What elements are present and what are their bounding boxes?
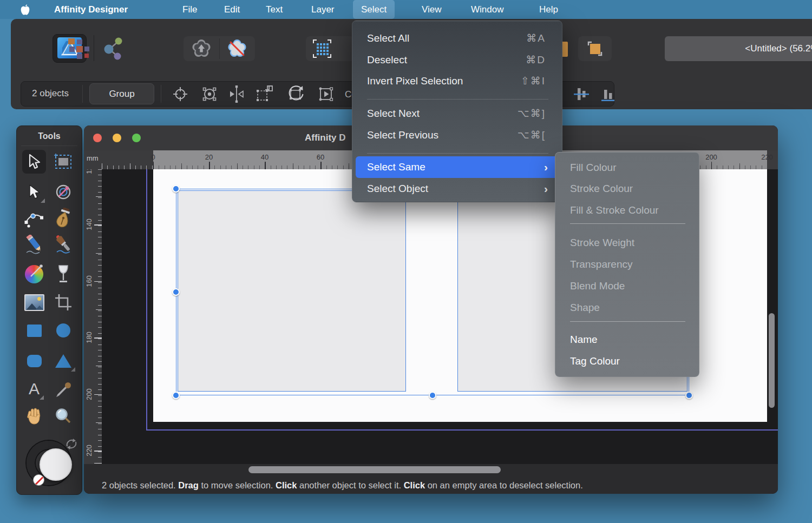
move-tool[interactable] bbox=[22, 150, 46, 174]
persona-button-group bbox=[184, 36, 255, 61]
insert-inside-button[interactable] bbox=[578, 36, 612, 61]
h-ruler-label: 220 bbox=[761, 153, 773, 161]
text-tool[interactable]: A bbox=[22, 377, 46, 401]
v-ruler-label: 160 bbox=[85, 275, 93, 287]
group-button[interactable]: Group bbox=[89, 83, 154, 104]
selection-handle-bottom-right[interactable] bbox=[685, 392, 693, 399]
rectangle-tool[interactable] bbox=[22, 319, 46, 342]
vertical-scrollbar[interactable] bbox=[769, 313, 775, 408]
view-pan-tool[interactable] bbox=[22, 404, 46, 428]
tools-panel: Tools bbox=[16, 125, 82, 495]
submenu-separator bbox=[570, 223, 685, 224]
show-selection-handles-button[interactable] bbox=[198, 83, 221, 104]
rotate-selection-button[interactable] bbox=[284, 83, 307, 104]
triangle-tool[interactable] bbox=[51, 349, 75, 373]
menubar-app-name[interactable]: Affinity Designer bbox=[54, 0, 128, 19]
menubar-item-view[interactable]: View bbox=[422, 0, 442, 19]
v-ruler-label: 140 bbox=[85, 219, 93, 230]
menu-item-select-previous[interactable]: Select Previous⌥⌘[ bbox=[356, 124, 559, 146]
selection-handle-top-left[interactable] bbox=[172, 185, 180, 193]
submenu-item-stroke-colour: Stroke Colour bbox=[559, 178, 696, 200]
menu-item-select-all[interactable]: Select All⌘A bbox=[356, 28, 559, 49]
align-bottom-button[interactable] bbox=[596, 83, 620, 104]
vertical-ruler: 120 140 160 180 200 220 bbox=[84, 169, 102, 464]
menubar-item-select[interactable]: Select bbox=[353, 0, 395, 19]
menubar-item-edit[interactable]: Edit bbox=[224, 0, 240, 19]
crop-tool[interactable] bbox=[51, 290, 75, 314]
menubar-item-text[interactable]: Text bbox=[266, 0, 283, 19]
snapping-grid-icon bbox=[312, 39, 332, 58]
submenu-chevron-icon: › bbox=[544, 178, 548, 200]
submenu-item-blend-mode: Blend Mode bbox=[559, 275, 696, 297]
ellipse-tool[interactable] bbox=[51, 319, 75, 342]
rounded-rectangle-tool[interactable] bbox=[22, 349, 46, 373]
menu-separator bbox=[367, 99, 548, 100]
pixel-persona-disabled-icon[interactable] bbox=[226, 38, 248, 59]
selection-handle-bottom-left[interactable] bbox=[172, 392, 180, 399]
v-ruler-label: 200 bbox=[85, 388, 93, 400]
insert-inside-icon bbox=[585, 39, 605, 58]
h-ruler-label: 200 bbox=[705, 153, 717, 161]
point-transform-tool[interactable] bbox=[51, 180, 75, 204]
colour-picker-tool[interactable] bbox=[51, 377, 75, 401]
v-ruler-label: 180 bbox=[85, 332, 93, 343]
toolbar-separator bbox=[94, 35, 94, 61]
h-ruler-label: 20 bbox=[205, 153, 213, 161]
more-tools-marker bbox=[40, 395, 44, 400]
colour-swatches-icon[interactable] bbox=[68, 38, 90, 59]
h-ruler-label: 40 bbox=[261, 153, 269, 161]
menu-item-invert-pixel-selection[interactable]: Invert Pixel Selection⇧⌘I bbox=[356, 70, 559, 92]
menu-item-select-next[interactable]: Select Next⌥⌘] bbox=[356, 103, 559, 124]
submenu-chevron-icon: › bbox=[544, 156, 548, 178]
menubar-item-help[interactable]: Help bbox=[539, 0, 558, 19]
apple-icon[interactable] bbox=[21, 0, 30, 19]
cycle-selection-box-button[interactable] bbox=[168, 83, 192, 104]
submenu-item-fill-and-stroke-colour: Fill & Stroke Colour bbox=[559, 200, 696, 221]
zoom-tool[interactable] bbox=[51, 404, 75, 428]
selection-handle-bottom-centre[interactable] bbox=[429, 392, 436, 399]
gradient-tool[interactable] bbox=[22, 262, 46, 286]
export-persona-icon[interactable] bbox=[191, 38, 212, 59]
swap-colours-icon[interactable] bbox=[66, 439, 77, 449]
more-tools-marker bbox=[71, 367, 75, 372]
more-tools-marker bbox=[41, 198, 45, 203]
align-centre-horizontally-button[interactable] bbox=[569, 83, 593, 104]
duplicate-transform-button[interactable] bbox=[252, 83, 276, 104]
v-ruler-label: 120 bbox=[85, 169, 93, 174]
menu-item-select-same[interactable]: Select Same› bbox=[356, 156, 559, 178]
menu-item-deselect[interactable]: Deselect⌘D bbox=[356, 49, 559, 71]
submenu-item-tag-colour[interactable]: Tag Colour bbox=[559, 350, 696, 372]
brush-tool[interactable] bbox=[51, 233, 75, 257]
select-menu-dropdown: Select All⌘A Deselect⌘D Invert Pixel Sel… bbox=[352, 21, 562, 202]
no-fill-icon[interactable] bbox=[33, 474, 44, 486]
select-same-submenu: Fill Colour Stroke Colour Fill & Stroke … bbox=[555, 152, 699, 377]
close-window-button[interactable] bbox=[93, 134, 102, 142]
menu-item-select-object[interactable]: Select Object› bbox=[356, 178, 559, 200]
artboard-outline-bottom bbox=[146, 429, 778, 431]
pen-node-edit-tool[interactable] bbox=[22, 206, 46, 230]
ruler-unit-corner[interactable]: mm bbox=[84, 150, 102, 169]
maximize-window-button[interactable] bbox=[132, 134, 141, 142]
artboard-outline-left bbox=[146, 169, 147, 429]
flip-horizontal-button[interactable] bbox=[225, 83, 248, 104]
menubar-item-layer[interactable]: Layer bbox=[311, 0, 335, 19]
pen-tool[interactable] bbox=[51, 206, 75, 230]
fill-colour-well[interactable] bbox=[40, 448, 72, 481]
transparency-tool[interactable] bbox=[51, 262, 75, 286]
submenu-item-name[interactable]: Name bbox=[559, 329, 696, 350]
image-place-tool[interactable] bbox=[22, 290, 46, 314]
menubar-item-file[interactable]: File bbox=[182, 0, 197, 19]
colour-wells bbox=[27, 439, 75, 487]
horizontal-scrollbar[interactable] bbox=[248, 466, 501, 473]
menubar-item-window[interactable]: Window bbox=[471, 0, 503, 19]
selection-handle-mid-left[interactable] bbox=[172, 288, 180, 296]
tools-panel-title: Tools bbox=[17, 131, 82, 141]
window-title: Affinity D bbox=[305, 133, 346, 143]
snapping-button[interactable] bbox=[306, 36, 355, 61]
node-tool[interactable] bbox=[22, 180, 46, 204]
minimize-window-button[interactable] bbox=[113, 134, 121, 142]
pencil-tool[interactable] bbox=[22, 233, 46, 257]
share-nodes-icon[interactable] bbox=[103, 36, 125, 60]
document-tab[interactable]: <Untitled> (56.2%) bbox=[665, 36, 812, 61]
artboard-tool[interactable] bbox=[51, 150, 75, 174]
